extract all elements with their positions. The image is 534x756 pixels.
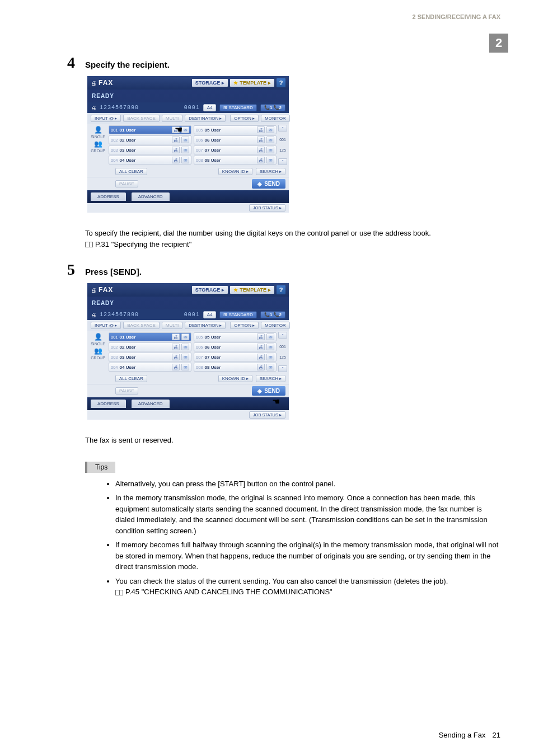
fax-device-icon: 🖨 (91, 80, 96, 86)
fax-dest-icon[interactable]: 🖨 (257, 344, 265, 350)
template-button[interactable]: ★TEMPLATE ▸ (230, 286, 274, 294)
list-item[interactable]: 00505 User🖨✉ (194, 125, 277, 134)
list-item[interactable]: 00707 User🖨✉ (194, 145, 277, 154)
mail-dest-icon[interactable]: ✉ (266, 334, 274, 340)
fax-dest-icon[interactable]: 🖨 (257, 157, 265, 163)
job-status-button[interactable]: JOB STATUS ▸ (249, 204, 285, 212)
list-item[interactable]: 00303 User🖨✉ (109, 353, 191, 361)
mail-dest-icon[interactable]: ✉ (181, 344, 189, 350)
monitor-button[interactable]: MONITOR (261, 115, 290, 122)
standard-button[interactable]: ⊞ STANDARD (219, 311, 256, 318)
mail-dest-icon[interactable]: ✉ (181, 364, 189, 370)
list-item[interactable]: 00505 User🖨✉ (194, 332, 277, 341)
mail-dest-icon[interactable]: ✉ (266, 126, 274, 133)
fax-dest-icon[interactable]: 🖨 (172, 354, 180, 360)
group-icon[interactable]: 👥 (94, 140, 102, 148)
advanced-tab[interactable]: ADVANCED (132, 400, 170, 408)
list-item[interactable]: 00101 User🖨✉ (109, 125, 191, 134)
template-button[interactable]: ★TEMPLATE ▸ (230, 79, 274, 87)
mail-dest-icon[interactable]: ✉ (266, 147, 274, 153)
advanced-tab[interactable]: ADVANCED (132, 192, 170, 201)
send-button[interactable]: ◈SEND (252, 179, 285, 189)
list-item[interactable]: 00404 User🖨✉ (109, 156, 191, 165)
job-status-button[interactable]: JOB STATUS ▸ (249, 411, 285, 419)
fax-dest-icon[interactable]: 🖨 (172, 344, 180, 350)
storage-button[interactable]: STORAGE ▸ (192, 79, 228, 87)
mail-dest-icon[interactable]: ✉ (181, 126, 189, 133)
list-item[interactable]: 00606 User🖨✉ (194, 342, 277, 351)
fax-dest-icon[interactable]: 🖨 (172, 157, 180, 163)
fax-dest-icon[interactable]: 🖨 (257, 364, 265, 370)
list-item[interactable]: 00202 User🖨✉ (109, 342, 191, 351)
fax-dest-icon[interactable]: 🖨 (172, 147, 180, 153)
list-item[interactable]: 00707 User🖨✉ (194, 353, 277, 361)
mail-dest-icon[interactable]: ✉ (181, 157, 189, 163)
mail-dest-icon[interactable]: ✉ (181, 147, 189, 153)
send-button[interactable]: ◈SEND (252, 386, 285, 396)
single-icon[interactable]: 👤 (94, 333, 102, 341)
fax-dest-icon[interactable]: 🖨 (257, 126, 265, 133)
storage-button[interactable]: STORAGE ▸ (192, 286, 228, 294)
help-button[interactable]: ? (277, 78, 285, 87)
fax-dest-icon[interactable]: 🖨 (257, 334, 265, 340)
diamond-icon: ◈ (257, 388, 262, 394)
line-indicator: 📞1 📞2 (260, 311, 285, 318)
list-item[interactable]: 00606 User🖨✉ (194, 135, 277, 144)
scroll-up-icon[interactable]: ˆ (278, 332, 287, 339)
address-list: 👤 SINGLE 👥 GROUP 00101 User🖨✉ 00202 User… (87, 124, 289, 166)
step-5-number: 5 (67, 261, 85, 279)
single-icon[interactable]: 👤 (94, 126, 102, 134)
fax-dest-icon[interactable]: 🖨 (257, 147, 265, 153)
multi-button[interactable]: MULTI (162, 115, 182, 122)
backspace-button[interactable]: BACK SPACE (123, 115, 160, 122)
list-item[interactable]: 00404 User🖨✉ (109, 363, 191, 372)
search-button[interactable]: SEARCH ▸ (256, 375, 285, 382)
list-item[interactable]: 00202 User🖨✉ (109, 135, 191, 144)
destination-button[interactable]: DESTINATION ▸ (185, 115, 226, 122)
search-button[interactable]: SEARCH ▸ (256, 168, 285, 175)
fax-dest-icon[interactable]: 🖨 (172, 334, 180, 340)
help-button[interactable]: ? (277, 285, 285, 294)
input-button[interactable]: INPUT @ ▸ (91, 322, 121, 329)
all-clear-button[interactable]: ALL CLEAR (115, 375, 147, 382)
known-id-button[interactable]: KNOWN ID ▸ (218, 168, 252, 175)
mail-dest-icon[interactable]: ✉ (181, 334, 189, 340)
mail-dest-icon[interactable]: ✉ (266, 137, 274, 143)
fax-dest-icon[interactable]: 🖨 (257, 354, 265, 360)
mail-dest-icon[interactable]: ✉ (266, 344, 274, 350)
list-item[interactable]: 00303 User🖨✉ (109, 145, 191, 154)
tips-label: Tips (85, 462, 115, 473)
scroll-down-icon[interactable]: ˇ (278, 365, 287, 372)
destination-button[interactable]: DESTINATION ▸ (185, 322, 226, 329)
mail-dest-icon[interactable]: ✉ (266, 364, 274, 370)
mail-dest-icon[interactable]: ✉ (181, 137, 189, 143)
pause-button[interactable]: PAUSE (115, 180, 138, 187)
all-clear-button[interactable]: ALL CLEAR (115, 168, 147, 175)
fax-dest-icon[interactable]: 🖨 (172, 126, 180, 133)
pause-button[interactable]: PAUSE (115, 387, 138, 395)
mail-dest-icon[interactable]: ✉ (266, 157, 274, 163)
option-button[interactable]: OPTION ▸ (230, 322, 259, 329)
address-tab[interactable]: ADDRESS (91, 400, 126, 408)
tip-item: You can check the status of the current … (115, 576, 500, 598)
input-button[interactable]: INPUT @ ▸ (91, 115, 121, 122)
monitor-button[interactable]: MONITOR (261, 322, 290, 329)
backspace-button[interactable]: BACK SPACE (123, 322, 160, 329)
list-item[interactable]: 00101 User🖨✉ (109, 332, 191, 341)
mail-dest-icon[interactable]: ✉ (181, 354, 189, 360)
scroll-down-icon[interactable]: ˇ (278, 158, 287, 165)
scroll-up-icon[interactable]: ˆ (278, 125, 287, 132)
step-4-title: Specify the recipient. (85, 60, 170, 69)
option-button[interactable]: OPTION ▸ (230, 115, 259, 122)
fax-dest-icon[interactable]: 🖨 (172, 364, 180, 370)
address-tab[interactable]: ADDRESS (91, 192, 126, 201)
fax-dest-icon[interactable]: 🖨 (257, 137, 265, 143)
known-id-button[interactable]: KNOWN ID ▸ (218, 375, 252, 382)
mail-dest-icon[interactable]: ✉ (266, 354, 274, 360)
standard-button[interactable]: ⊞ STANDARD (219, 104, 256, 111)
group-icon[interactable]: 👥 (94, 347, 102, 355)
list-item[interactable]: 00808 User🖨✉ (194, 156, 277, 165)
multi-button[interactable]: MULTI (162, 322, 182, 329)
fax-dest-icon[interactable]: 🖨 (172, 137, 180, 143)
list-item[interactable]: 00808 User🖨✉ (194, 363, 277, 372)
